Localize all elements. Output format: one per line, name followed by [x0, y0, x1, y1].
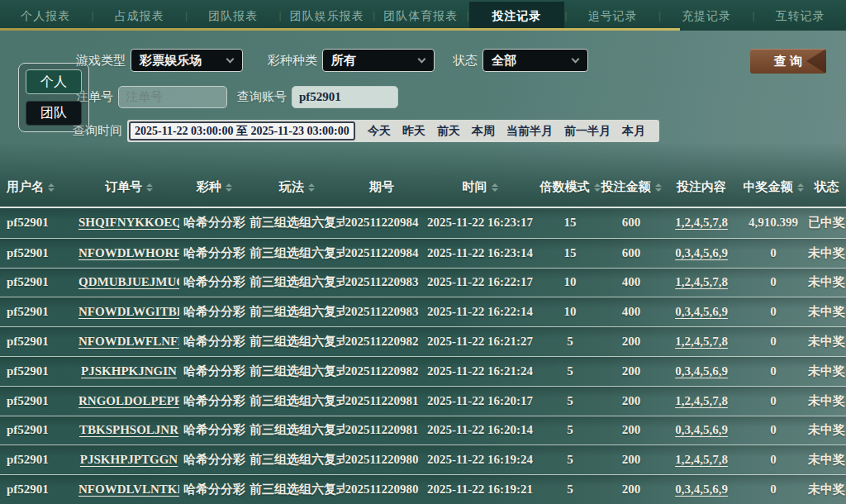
column-header[interactable]: 投注金额: [599, 179, 663, 195]
order-link[interactable]: NFOWDLWFLNFL: [78, 335, 179, 349]
column-header[interactable]: 投注内容: [663, 179, 739, 195]
user-cell: pf52901: [0, 216, 78, 230]
lottery-cell: 哈希分分彩: [179, 215, 250, 231]
nav-tab[interactable]: 互转记录: [755, 2, 846, 30]
sort-icon[interactable]: [492, 183, 498, 192]
table-row: pf52901SHQIFNYKKOEQ哈希分分彩前三组选组六复式20251122…: [0, 208, 846, 238]
bet-content-link[interactable]: 0,3,4,5,6,9: [663, 305, 739, 319]
sort-icon[interactable]: [797, 183, 804, 192]
nav-tab[interactable]: 充提记录: [661, 2, 752, 30]
order-link[interactable]: TBKSPHSOLJNR: [78, 423, 179, 437]
order-link[interactable]: RNGOLDOLPEPP: [78, 394, 179, 408]
bet-content-link[interactable]: 0,3,4,5,6,9: [663, 423, 739, 437]
lottery-category-value: 所有: [331, 53, 412, 69]
quick-range-button[interactable]: 前一半月: [558, 124, 616, 139]
lottery-cell: 哈希分分彩: [179, 334, 250, 349]
column-header[interactable]: 时间: [419, 179, 541, 195]
time-cell: 2025-11-22 16:23:17: [419, 216, 541, 230]
bet-content-link[interactable]: 1,2,4,5,7,8: [663, 394, 739, 408]
chevron-down-icon: [572, 55, 580, 64]
play-cell: 前三组选组六复式: [250, 482, 345, 497]
sort-icon[interactable]: [48, 183, 55, 192]
order-link[interactable]: NFOWDLWGITBL: [78, 305, 179, 319]
scope-team-button[interactable]: 团队: [26, 101, 82, 126]
sort-icon[interactable]: [226, 183, 232, 192]
status-cell: 未中奖: [807, 304, 846, 320]
query-account-label: 查询账号: [237, 89, 287, 105]
column-header[interactable]: 订单号: [78, 179, 179, 195]
multiplier-cell: 15: [541, 246, 599, 260]
play-cell: 前三组选组六复式: [250, 245, 345, 261]
nav-tab[interactable]: 追号记录: [568, 2, 658, 30]
issue-cell: 202511220980: [345, 453, 419, 467]
user-cell: pf52901: [0, 423, 78, 437]
scope-personal-button[interactable]: 个人: [26, 69, 82, 94]
bet-content-link[interactable]: 0,3,4,5,6,9: [663, 364, 739, 378]
quick-range-button[interactable]: 当前半月: [501, 124, 558, 139]
table-row: pf52901NFOWDLVLNTKL哈希分分彩前三组选组六复式20251122…: [0, 474, 846, 504]
status-cell: 未中奖: [807, 364, 846, 379]
order-link[interactable]: NFOWDLWHORFL: [78, 246, 179, 260]
game-type-select[interactable]: 彩票娱乐场: [131, 49, 243, 72]
order-link[interactable]: SHQIFNYKKOEQ: [78, 216, 179, 230]
column-header[interactable]: 期号: [345, 179, 419, 195]
column-header[interactable]: 倍数模式: [541, 179, 599, 195]
nav-tab[interactable]: 团队报表: [188, 2, 278, 30]
time-cell: 2025-11-22 16:19:21: [419, 483, 541, 497]
search-button[interactable]: 查询: [750, 49, 826, 74]
lottery-cell: 哈希分分彩: [179, 482, 250, 497]
order-link[interactable]: PJSKHPKJNGIN: [78, 364, 179, 378]
column-header[interactable]: 玩法: [250, 179, 345, 195]
nav-tab[interactable]: 个人报表: [0, 2, 91, 30]
sort-icon[interactable]: [308, 183, 315, 192]
nav-tab[interactable]: 团队娱乐报表: [282, 2, 373, 30]
play-cell: 前三组选组六复式: [250, 364, 345, 379]
user-cell: pf52901: [0, 335, 78, 349]
column-label: 期号: [369, 179, 394, 195]
order-link[interactable]: PJSKHPJPTGGN: [78, 453, 179, 467]
status-select[interactable]: 全部: [482, 49, 588, 72]
bet-amount-cell: 200: [599, 483, 663, 497]
bet-content-link[interactable]: 1,2,4,5,7,8: [663, 275, 739, 289]
lottery-cell: 哈希分分彩: [179, 245, 250, 261]
bet-content-link[interactable]: 0,3,4,5,6,9: [663, 483, 739, 497]
bet-amount-cell: 600: [599, 216, 663, 230]
filter-row-inputs: 注单号 查询账号: [0, 86, 846, 108]
nav-tab[interactable]: 投注记录: [469, 2, 565, 30]
sort-icon[interactable]: [655, 183, 662, 192]
column-header[interactable]: 中奖金额: [739, 179, 807, 195]
sort-icon[interactable]: [146, 183, 153, 192]
quick-range-button[interactable]: 今天: [362, 124, 397, 139]
time-cell: 2025-11-22 16:22:14: [419, 305, 541, 319]
order-link[interactable]: QDMUBJUEJMUO: [78, 275, 179, 289]
lottery-category-label: 彩种种类: [268, 53, 317, 69]
status-cell: 未中奖: [807, 422, 846, 438]
bet-content-link[interactable]: 1,2,4,5,7,8: [663, 216, 739, 230]
multiplier-cell: 5: [541, 335, 599, 349]
user-cell: pf52901: [0, 483, 78, 497]
date-range-input[interactable]: [129, 121, 355, 140]
query-account-input[interactable]: [292, 86, 398, 108]
bet-content-link[interactable]: 1,2,4,5,7,8: [663, 453, 739, 467]
quick-range-button[interactable]: 昨天: [397, 124, 431, 139]
lottery-category-select[interactable]: 所有: [322, 49, 435, 72]
multiplier-cell: 5: [541, 423, 599, 437]
quick-range-button[interactable]: 本月: [616, 124, 651, 139]
multiplier-cell: 5: [541, 364, 599, 378]
user-cell: pf52901: [0, 394, 78, 408]
column-header[interactable]: 彩种: [179, 179, 250, 195]
bet-content-link[interactable]: 1,2,4,5,7,8: [663, 335, 739, 349]
quick-range-button[interactable]: 前天: [431, 124, 466, 139]
status-cell: 未中奖: [807, 245, 846, 261]
nav-tab[interactable]: 占成报表: [94, 2, 185, 30]
nav-tab[interactable]: 团队体育报表: [375, 2, 466, 30]
quick-range-button[interactable]: 本周: [466, 124, 501, 139]
column-header[interactable]: 状态: [807, 179, 846, 195]
order-link[interactable]: NFOWDLVLNTKL: [78, 483, 179, 497]
order-no-input[interactable]: [118, 86, 227, 108]
time-cell: 2025-11-22 16:20:14: [419, 423, 541, 437]
bet-content-link[interactable]: 0,3,4,5,6,9: [663, 246, 739, 260]
issue-cell: 202511220981: [345, 423, 419, 437]
column-header[interactable]: 用户名: [0, 179, 78, 195]
lottery-cell: 哈希分分彩: [179, 364, 250, 379]
